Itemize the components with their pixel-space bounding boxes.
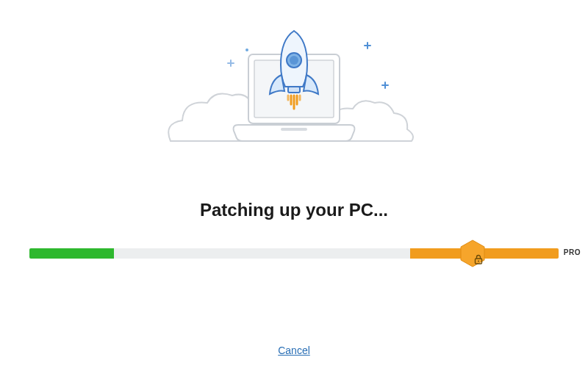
pro-label: PRO [564, 248, 581, 256]
progress-fill [29, 248, 114, 259]
rocket-laptop-clouds-icon [162, 18, 426, 160]
svg-rect-6 [288, 87, 300, 93]
cancel-button[interactable]: Cancel [278, 345, 310, 356]
svg-rect-3 [281, 128, 307, 131]
status-title: Patching up your PC... [200, 200, 388, 220]
svg-point-0 [245, 48, 248, 51]
svg-point-5 [290, 56, 298, 65]
progress-bar: PRO [29, 239, 559, 269]
svg-point-14 [478, 261, 479, 262]
pro-lock-badge [459, 239, 487, 267]
